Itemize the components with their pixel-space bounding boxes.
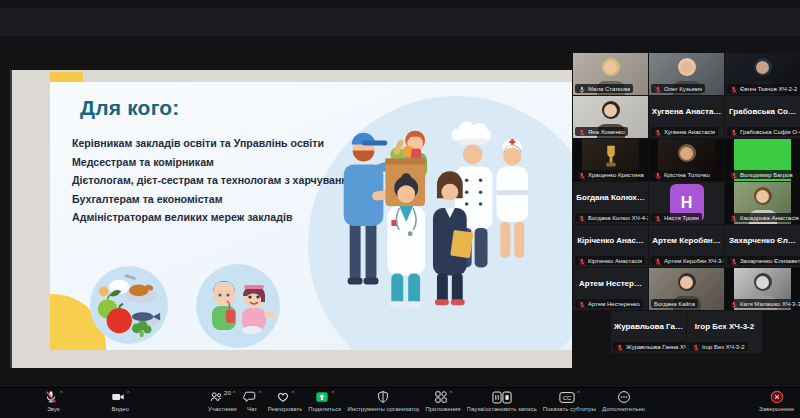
toolbar-more-button[interactable]: Дополнительно xyxy=(602,390,645,412)
participant-name: Артем Нестеренко xyxy=(588,301,640,307)
participant-tile[interactable]: ННастя Троян xyxy=(649,182,724,224)
chevron-up-icon[interactable]: ^ xyxy=(292,390,295,396)
participant-name-badge: Яна Хоменко xyxy=(575,127,628,136)
chevron-up-icon[interactable]: ^ xyxy=(450,390,453,396)
food-icon xyxy=(90,266,168,344)
toolbar-item-label: Приложения xyxy=(425,406,460,412)
participant-tile[interactable]: Олег Кузьмин xyxy=(649,53,724,95)
muted-mic-icon xyxy=(692,338,700,354)
participant-name: Хращенко Кристина xyxy=(588,172,644,178)
participant-name-large: Кіріченко Анас… xyxy=(573,236,648,245)
participant-name: Грабовська Софія О-4 xyxy=(740,129,800,135)
participant-name-badge: Хугвена Анастасія xyxy=(651,127,718,136)
participant-name-badge: Ігор Бех ХЧ-3-2 xyxy=(689,342,748,351)
participant-tile[interactable]: Хугвена Анаста…Хугвена Анастасія xyxy=(649,96,724,138)
participant-name-badge: Артем Нестеренко xyxy=(575,299,643,308)
toolbar-center-group: 20^Участники^Чат^Реагировать^ПоделитьсяИ… xyxy=(208,390,645,412)
participant-tile[interactable]: Мала Статкова xyxy=(573,53,648,95)
participant-tile[interactable]: Яна Хоменко xyxy=(573,96,648,138)
participant-name-large: Захарченко Єл… xyxy=(725,236,800,245)
participant-tile[interactable]: Богдана Колюх…Богдана Колюх ХЧ-4-2 xyxy=(573,182,648,224)
slide-title: Для кого: xyxy=(80,96,180,120)
chevron-up-icon[interactable]: ^ xyxy=(127,390,130,396)
toolbar-host-tools-button[interactable]: Инструменты организатора xyxy=(347,390,419,412)
participant-name-badge: Касадрова Анастасія ХЧ-… xyxy=(727,213,800,222)
participant-tile[interactable]: Євген Ткачов ХЧ-2-2 xyxy=(725,53,800,95)
toolbar-item-label: Участники xyxy=(208,406,237,412)
muted-mic-icon xyxy=(654,166,662,182)
chevron-up-icon[interactable]: ^ xyxy=(259,390,262,396)
toolbar-item-label: Пауза/остановить запись xyxy=(467,406,537,412)
shared-screen: Для кого: Керівникам закладів освіти та … xyxy=(10,70,572,368)
participant-tile[interactable]: Артем Керобян…Артем Керобян ХЧ-3-3 xyxy=(649,225,724,267)
participant-name-badge: Катя Малашко ХЧ-3-3 xyxy=(727,299,800,308)
participant-name-badge: Журавльова Ганна ХЧ-… xyxy=(613,342,686,351)
participant-name: Володимир Багров xyxy=(740,172,793,178)
participant-name-badge: Мала Статкова xyxy=(575,84,633,93)
end-meeting-button[interactable]: Завершение xyxy=(759,390,794,412)
toolbar-item-label: Поделиться xyxy=(308,406,341,412)
toolbar-apps-button[interactable]: ^Приложения xyxy=(425,390,460,412)
muted-mic-icon xyxy=(616,338,624,354)
participant-name-large: Богдана Колюх… xyxy=(573,193,648,202)
participant-tile[interactable]: Журавльова Га…Журавльова Ганна ХЧ-… xyxy=(611,311,686,353)
participant-tile[interactable]: Катя Малашко ХЧ-3-3 xyxy=(725,268,800,310)
muted-mic-icon xyxy=(654,80,662,96)
presentation-slide: Для кого: Керівникам закладів освіти та … xyxy=(50,82,572,350)
toolbar-share-button[interactable]: ^Поделиться xyxy=(308,390,341,412)
participant-tile[interactable]: Кіріченко Анас…Кіріченко Анастасія xyxy=(573,225,648,267)
participant-name-badge: Богдана Kalina xyxy=(651,299,698,308)
participant-name-badge: Настя Троян xyxy=(651,213,702,222)
toolbar-record-pause-button[interactable]: Пауза/остановить запись xyxy=(467,390,537,412)
participant-name-badge: Захарченко Єлизавета xyxy=(727,256,800,265)
muted-mic-icon xyxy=(730,295,738,311)
participant-tile[interactable]: Грабовська Со…Грабовська Софія О-4 xyxy=(725,96,800,138)
participant-name-badge: Євген Ткачов ХЧ-2-2 xyxy=(727,84,800,93)
chevron-up-icon[interactable]: ^ xyxy=(60,390,63,396)
participants-grid: Мала СтатковаОлег КузьминЄвген Ткачов ХЧ… xyxy=(572,0,800,418)
slide-yellow-tab xyxy=(50,72,83,82)
participant-tile[interactable]: Ігор Бех ХЧ-3-2Ігор Бех ХЧ-3-2 xyxy=(687,311,762,353)
participant-name: Євген Ткачов ХЧ-2-2 xyxy=(740,86,797,92)
participant-name-badge: Грабовська Софія О-4 xyxy=(727,127,800,136)
participant-tile[interactable]: Хращенко Кристина xyxy=(573,139,648,181)
participant-name-large: Артем Нестер… xyxy=(573,279,648,288)
participant-name: Артем Керобян ХЧ-3-3 xyxy=(664,258,724,264)
muted-mic-icon xyxy=(730,209,738,225)
participant-name-large: Грабовська Со… xyxy=(725,107,800,116)
grocery-people-illustration xyxy=(312,110,550,318)
toolbar-item-label: Показать субтитры xyxy=(543,406,596,412)
participant-tile[interactable]: Артем Нестер…Артем Нестеренко xyxy=(573,268,648,310)
muted-mic-icon xyxy=(730,123,738,139)
participant-name: Катя Малашко ХЧ-3-3 xyxy=(740,301,800,307)
toolbar-captions-button[interactable]: CC^Показать субтитры xyxy=(543,390,596,412)
toolbar-chat-button[interactable]: ^Чат xyxy=(243,390,262,412)
participant-tile[interactable]: Богдана Kalina xyxy=(649,268,724,310)
participant-name-badge: Кіріченко Анастасія xyxy=(575,256,645,265)
participant-name: Касадрова Анастасія ХЧ-… xyxy=(740,215,800,221)
pillarbox-bar xyxy=(715,139,724,181)
toolbar-left-group: ^Звук^Видео xyxy=(44,390,130,412)
participant-tile[interactable]: Захарченко Єл…Захарченко Єлизавета xyxy=(725,225,800,267)
muted-mic-icon xyxy=(578,123,586,139)
participant-tile[interactable]: Володимир Багров xyxy=(725,139,800,181)
participant-name-badge: Артем Керобян ХЧ-3-3 xyxy=(651,256,724,265)
toolbar-item-label: Завершение xyxy=(759,406,794,412)
participant-count-badge: 20 xyxy=(224,390,231,396)
meeting-toolbar: ^Звук^Видео 20^Участники^Чат^Реагировать… xyxy=(0,387,800,418)
participant-name-large: Артем Керобян… xyxy=(649,236,724,245)
muted-mic-icon xyxy=(654,209,662,225)
toolbar-video-button[interactable]: ^Видео xyxy=(111,390,130,412)
toolbar-reactions-button[interactable]: ^Реагировать xyxy=(268,390,303,412)
participant-tile[interactable]: Касадрова Анастасія ХЧ-… xyxy=(725,182,800,224)
participant-tile[interactable]: Крістіна Толочко xyxy=(649,139,724,181)
toolbar-participants-button[interactable]: 20^Участники xyxy=(208,390,237,412)
muted-mic-icon xyxy=(730,252,738,268)
toolbar-audio-button[interactable]: ^Звук xyxy=(44,390,63,412)
chevron-up-icon[interactable]: ^ xyxy=(577,390,580,396)
zoom-meeting-window: Для кого: Керівникам закладів освіти та … xyxy=(0,0,800,418)
chevron-up-icon[interactable]: ^ xyxy=(233,390,236,396)
participant-name-badge: Крістіна Толочко xyxy=(651,170,713,179)
chevron-up-icon[interactable]: ^ xyxy=(331,390,334,396)
participant-name-badge: Олег Кузьмин xyxy=(651,84,705,93)
